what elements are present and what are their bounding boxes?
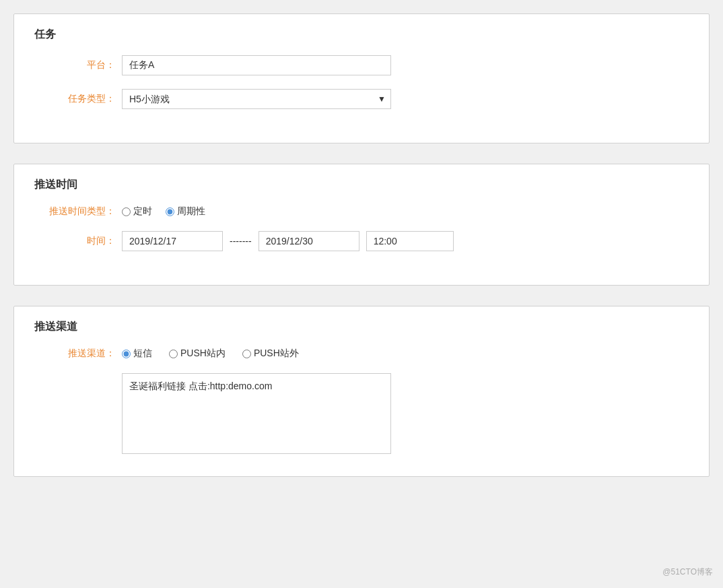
time-label: 时间： (34, 235, 115, 247)
push-time-section-title: 推送时间 (34, 178, 689, 192)
channel-push-out-item[interactable]: PUSH站外 (242, 348, 299, 360)
time-type-radio-group: 定时 周期性 (122, 205, 205, 218)
push-channel-section: 推送渠道 推送渠道： 短信 PUSH站内 PUSH站外 圣诞福利链接 点击:ht… (13, 306, 710, 477)
channel-push-out-label: PUSH站外 (254, 348, 299, 360)
channel-push-in-item[interactable]: PUSH站内 (169, 348, 226, 360)
time-row: 时间： ------- (34, 231, 689, 251)
task-type-select[interactable]: H5小游戏 APP游戏 网页游戏 (122, 89, 391, 109)
channel-push-in-label: PUSH站内 (180, 348, 226, 360)
time-start-input[interactable] (122, 231, 223, 251)
radio-periodic-input[interactable] (166, 207, 174, 216)
radio-periodic-label: 周期性 (177, 205, 205, 218)
task-type-select-wrapper: H5小游戏 APP游戏 网页游戏 ▼ (122, 89, 391, 109)
task-section-title: 任务 (34, 28, 689, 42)
radio-fixed-item[interactable]: 定时 (122, 205, 152, 218)
time-end-input[interactable] (259, 231, 359, 251)
channel-push-in-input[interactable] (169, 350, 178, 358)
platform-row: 平台： (34, 55, 689, 75)
task-type-row: 任务类型： H5小游戏 APP游戏 网页游戏 ▼ (34, 89, 689, 109)
push-time-section: 推送时间 推送时间类型： 定时 周期性 时间： ------- (13, 164, 710, 286)
time-type-label: 推送时间类型： (34, 205, 115, 218)
channel-sms-item[interactable]: 短信 (122, 348, 152, 360)
time-inputs-group: ------- (122, 231, 454, 251)
time-type-row: 推送时间类型： 定时 周期性 (34, 205, 689, 218)
time-separator: ------- (230, 236, 252, 247)
channel-sms-label: 短信 (133, 348, 152, 360)
watermark: @51CTO博客 (662, 566, 713, 578)
channel-row: 推送渠道： 短信 PUSH站内 PUSH站外 (34, 348, 689, 360)
sms-textarea-wrapper: 圣诞福利链接 点击:http:demo.com (122, 373, 689, 456)
push-channel-section-title: 推送渠道 (34, 320, 689, 334)
channel-label: 推送渠道： (34, 348, 115, 360)
channel-push-out-input[interactable] (242, 350, 251, 358)
task-section: 任务 平台： 任务类型： H5小游戏 APP游戏 网页游戏 ▼ (13, 13, 710, 143)
radio-periodic-item[interactable]: 周期性 (166, 205, 205, 218)
time-value-input[interactable] (366, 231, 454, 251)
radio-fixed-label: 定时 (133, 205, 152, 218)
channel-radio-group: 短信 PUSH站内 PUSH站外 (122, 348, 299, 360)
task-type-label: 任务类型： (34, 93, 115, 105)
platform-label: 平台： (34, 59, 115, 71)
channel-sms-input[interactable] (122, 350, 131, 358)
radio-fixed-input[interactable] (122, 207, 131, 216)
sms-content-textarea[interactable]: 圣诞福利链接 点击:http:demo.com (122, 373, 391, 454)
platform-input[interactable] (122, 55, 391, 75)
